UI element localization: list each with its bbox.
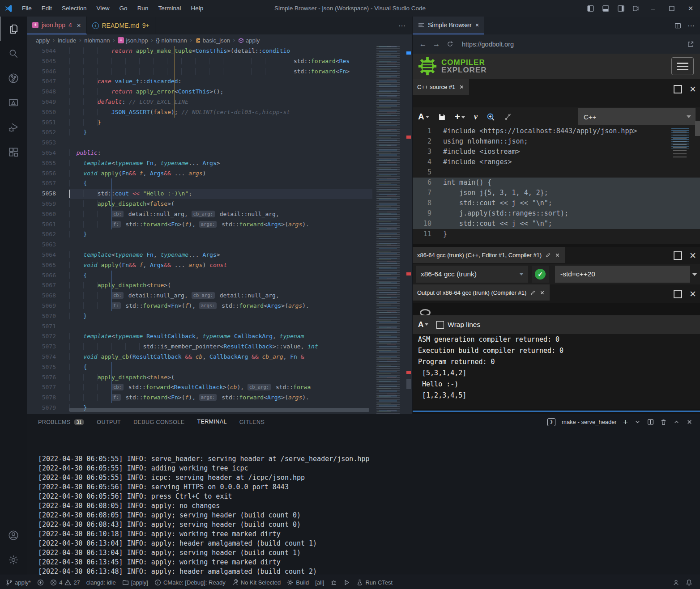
compiler-options-input[interactable]: -std=c++20 [555,266,690,283]
editor-more-actions-icon[interactable]: ⋯ [398,21,412,30]
split-terminal-icon[interactable] [647,419,654,425]
close-tab-icon[interactable]: × [475,21,479,29]
status-launch[interactable] [340,575,353,589]
url-input[interactable]: https://godbolt.org [457,38,683,51]
maximize-pane-icon[interactable] [674,85,682,93]
status-feedback[interactable] [670,579,683,586]
close-icon[interactable] [459,84,465,90]
font-size-button[interactable]: A [418,320,428,329]
zoom-icon[interactable] [487,113,495,121]
language-select[interactable]: C++ [578,108,696,125]
menu-go[interactable]: Go [115,5,132,12]
terminal-dropdown-icon[interactable] [634,419,641,425]
reload-icon[interactable] [444,38,456,50]
status-ctest[interactable]: Run CTest [353,575,396,589]
godbolt-source-editor[interactable]: 1#include <https://localhost:8443/apply/… [413,126,700,244]
close-tab-icon[interactable]: × [77,21,81,29]
minimize-button[interactable]: – [644,0,662,17]
customize-layout-icon[interactable] [628,0,644,17]
maximize-button[interactable] [662,0,681,17]
wrap-lines-checkbox[interactable] [436,321,444,329]
accounts-icon[interactable] [0,523,27,547]
code-editor[interactable]: 5044 return apply_make_tuple<ConstThis>(… [27,46,412,414]
output-pane-tab[interactable]: Output of x86-64 gcc (trunk) (Compiler #… [413,284,550,301]
status-build[interactable]: Build [284,575,312,589]
close-panel-icon[interactable] [686,419,693,425]
status-cmake-status[interactable]: CMake: [Debug]: Ready [151,575,229,589]
program-output[interactable]: ASM generation compiler returned: 0Execu… [413,334,700,409]
status-kit[interactable]: No Kit Selected [229,575,284,589]
horizontal-scrollbar[interactable] [69,408,369,412]
save-icon[interactable] [438,113,446,121]
new-terminal-icon[interactable]: + [623,417,628,427]
menu-run[interactable]: Run [132,5,154,12]
back-icon[interactable]: ← [417,38,429,50]
breadcrumb-item[interactable]: {}nlohmann [156,37,187,44]
menu-view[interactable]: View [92,5,115,12]
edit-icon[interactable] [530,290,536,296]
vim-mode-icon[interactable]: v [474,112,478,122]
source-pane-tab[interactable]: C++ source #1 [413,79,469,95]
layout-sidebar-right-icon[interactable] [613,0,628,17]
layout-sidebar-left-icon[interactable] [583,0,598,17]
close-pane-icon[interactable]: ✕ [689,291,696,297]
menu-selection[interactable]: Selection [57,5,92,12]
godbolt-scrollbar[interactable] [695,121,700,136]
close-window-button[interactable]: ✕ [681,0,700,17]
close-icon[interactable] [539,290,545,296]
status-branch[interactable]: apply* [3,575,34,589]
status-notifications[interactable] [683,579,696,586]
maximize-pane-icon[interactable] [674,251,682,260]
breadcrumb-item[interactable]: +json.hpp [118,37,148,44]
status-clangd[interactable]: clangd: idle [83,575,119,589]
panel-tab-debug-console[interactable]: DEBUG CONSOLE [133,414,184,430]
search-icon[interactable] [0,41,27,66]
add-pane-button[interactable]: + [455,111,465,122]
menu-terminal[interactable]: Terminal [153,5,186,12]
run-debug-icon[interactable] [0,115,27,140]
breadcrumb[interactable]: apply›include›nlohmann›+json.hpp›{}nlohm… [27,34,412,46]
source-control-icon[interactable] [0,66,27,90]
close-pane-icon[interactable]: ✕ [689,252,696,259]
breadcrumb-item[interactable]: apply [36,37,50,44]
tab-readme.md[interactable]: iREADME.md 9+ [87,17,155,34]
layout-panel-icon[interactable] [598,0,613,17]
quick-bench-icon[interactable] [504,113,512,121]
compiler-select[interactable]: x86-64 gcc (trunk) [416,266,528,283]
menu-file[interactable]: File [17,5,37,12]
browser-more-actions-icon[interactable]: ⋯ [687,21,695,30]
settings-gear-icon[interactable] [0,547,27,572]
status-debug[interactable] [327,575,340,589]
tab-simple-browser[interactable]: Simple Browser × [413,17,484,34]
panel-tab-terminal[interactable]: TERMINAL [197,414,226,430]
cmake-icon[interactable] [0,90,27,115]
panel-tab-output[interactable]: OUTPUT [97,414,121,430]
minimap[interactable] [374,46,405,414]
options-dropdown-icon[interactable] [692,273,697,276]
status-publish[interactable] [34,575,47,589]
compiler-pane-tab[interactable]: x86-64 gcc (trunk) (C++, Editor #1, Comp… [413,247,565,263]
split-editor-icon[interactable] [674,22,681,29]
explorer-icon[interactable] [0,17,27,41]
open-external-icon[interactable] [685,38,696,50]
edit-icon[interactable] [545,252,551,258]
maximize-pane-icon[interactable] [674,290,682,298]
menu-help[interactable]: Help [186,5,208,12]
terminal[interactable]: [2022-04-30 06:05:55] INFO: serve_header… [27,430,700,589]
terminal-title[interactable]: make - serve_header [562,419,617,425]
font-size-button[interactable]: A [418,112,429,122]
breadcrumb-item[interactable]: nlohmann [84,37,110,44]
tab-json.hpp[interactable]: +json.hpp 4× [27,17,87,34]
breadcrumb-item[interactable]: apply [238,37,260,44]
panel-tab-problems[interactable]: PROBLEMS31 [38,414,84,430]
panel-tab-gitlens[interactable]: GITLENS [239,414,265,430]
close-icon[interactable] [555,252,560,258]
menu-edit[interactable]: Edit [37,5,57,12]
breadcrumb-item[interactable]: include [58,37,76,44]
kill-terminal-icon[interactable] [660,419,667,425]
breadcrumb-item[interactable]: basic_json [195,37,230,44]
maximize-panel-icon[interactable] [673,419,680,425]
forward-icon[interactable]: → [431,38,442,50]
extensions-icon[interactable] [0,140,27,164]
status-problems[interactable]: 427 [47,575,83,589]
